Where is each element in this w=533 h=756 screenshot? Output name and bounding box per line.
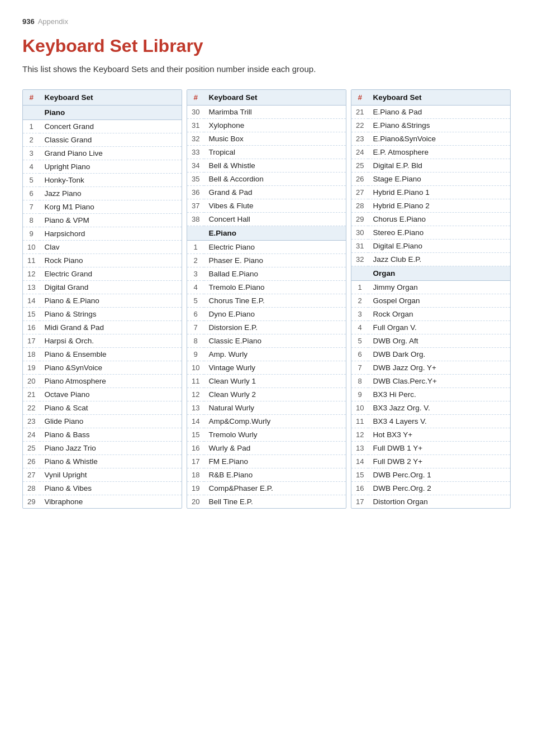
table-row: 14Piano & E.Piano — [23, 294, 182, 308]
row-name-cell: Stage E.Piano — [368, 173, 510, 186]
row-num-cell: 28 — [23, 482, 40, 495]
row-num-cell: 10 — [351, 401, 368, 415]
page-subtitle: This list shows the Keyboard Sets and th… — [22, 64, 511, 74]
row-name-cell: Piano & Ensemble — [40, 348, 182, 361]
table-row: 33Tropical — [187, 146, 346, 159]
table-row: 19Piano &SynVoice — [23, 361, 182, 375]
row-name-cell: DWB Perc.Org. 2 — [368, 482, 510, 495]
table-row: 17Harpsi & Orch. — [23, 334, 182, 348]
row-name-cell: Midi Grand & Pad — [40, 321, 182, 334]
row-name-cell: Korg M1 Piano — [40, 200, 182, 214]
col3-header-name: Keyboard Set — [368, 90, 510, 106]
table-row: 17Distortion Organ — [351, 495, 510, 509]
table-row: 17FM E.Piano — [187, 455, 346, 468]
table-row: 5Honky-Tonk — [23, 174, 182, 187]
table-row: 4Full Organ V. — [351, 321, 510, 334]
row-name-cell: Jazz Piano — [40, 187, 182, 200]
table-row: 10Vintage Wurly — [187, 361, 346, 375]
row-name-cell: Full Organ V. — [368, 321, 510, 334]
row-num-cell: 14 — [23, 294, 40, 308]
row-name-cell: Harpsichord — [40, 227, 182, 241]
row-num-cell: 5 — [351, 334, 368, 348]
row-num-cell: 25 — [351, 159, 368, 173]
row-num-cell: 28 — [351, 199, 368, 213]
row-num-cell: 15 — [351, 468, 368, 482]
row-name-cell: Bell Tine E.P. — [204, 495, 346, 509]
row-name-cell: Vibraphone — [40, 495, 182, 509]
row-num-cell: 11 — [351, 415, 368, 428]
row-num-cell: 29 — [23, 495, 40, 509]
column-2: #Keyboard Set30Marimba Trill31Xylophone3… — [187, 89, 346, 509]
table-row: 14Full DWB 2 Y+ — [351, 455, 510, 468]
row-name-cell: BX3 4 Layers V. — [368, 415, 510, 428]
row-num-cell: 8 — [187, 334, 204, 348]
row-name-cell: E.Piano & Pad — [368, 106, 510, 119]
row-name-cell: Distorsion E.P. — [204, 321, 346, 334]
row-num-cell: 35 — [187, 173, 204, 186]
row-num-cell: 26 — [351, 173, 368, 186]
table-row: 2Gospel Organ — [351, 294, 510, 308]
table-row: 10Clav — [23, 241, 182, 254]
row-num-cell: 13 — [351, 442, 368, 455]
row-name-cell: Amp&Comp.Wurly — [204, 415, 346, 428]
table-row: 1Concert Grand — [23, 120, 182, 133]
row-num-cell: 10 — [187, 361, 204, 375]
row-name-cell: Piano &SynVoice — [40, 361, 182, 375]
row-num-cell: 27 — [23, 468, 40, 482]
table-row: 29Chorus E.Piano — [351, 213, 510, 226]
row-num-cell: 11 — [23, 254, 40, 267]
table-row: 20Piano Atmosphere — [23, 375, 182, 388]
row-name-cell: Stereo E.Piano — [368, 226, 510, 240]
group-num-cell — [351, 266, 368, 281]
table-row: 9Amp. Wurly — [187, 348, 346, 361]
row-num-cell: 12 — [23, 267, 40, 281]
table-row: 29Vibraphone — [23, 495, 182, 509]
table-row: 5DWB Org. Aft — [351, 334, 510, 348]
row-name-cell: Xylophone — [204, 119, 346, 132]
row-name-cell: Bell & Whistle — [204, 159, 346, 173]
row-num-cell: 11 — [187, 375, 204, 388]
table-row: 38Concert Hall — [187, 213, 346, 226]
row-name-cell: Harpsi & Orch. — [40, 334, 182, 348]
row-num-cell: 2 — [351, 294, 368, 308]
table-row: 18R&B E.Piano — [187, 468, 346, 482]
table-row: 6Dyno E.Piano — [187, 308, 346, 321]
row-name-cell: Chorus E.Piano — [368, 213, 510, 226]
table-row: 12Electric Grand — [23, 267, 182, 281]
table-row: 25Piano Jazz Trio — [23, 442, 182, 455]
table-row: 35Bell & Accordion — [187, 173, 346, 186]
row-num-cell: 14 — [351, 455, 368, 468]
row-num-cell: 27 — [351, 186, 368, 199]
table-row: 7DWB Jazz Org. Y+ — [351, 361, 510, 375]
row-name-cell: Piano & E.Piano — [40, 294, 182, 308]
row-name-cell: Tremolo Wurly — [204, 428, 346, 442]
row-num-cell: 15 — [23, 308, 40, 321]
row-num-cell: 20 — [187, 495, 204, 509]
row-name-cell: Digital Grand — [40, 281, 182, 294]
table-row: 12Clean Wurly 2 — [187, 388, 346, 401]
group-name-cell: E.Piano — [204, 226, 346, 241]
row-num-cell: 6 — [351, 348, 368, 361]
row-name-cell: E.P. Atmosphere — [368, 146, 510, 159]
row-num-cell: 30 — [187, 106, 204, 119]
row-name-cell: Piano & VPM — [40, 214, 182, 227]
table-row: 22Piano & Scat — [23, 401, 182, 415]
table-row: 6Jazz Piano — [23, 187, 182, 200]
row-name-cell: Tropical — [204, 146, 346, 159]
row-name-cell: Piano & Whistle — [40, 455, 182, 468]
row-num-cell: 13 — [187, 401, 204, 415]
row-name-cell: Hybrid E.Piano 1 — [368, 186, 510, 199]
row-name-cell: Full DWB 1 Y+ — [368, 442, 510, 455]
row-num-cell: 12 — [351, 428, 368, 442]
table-row: 31Digital E.Piano — [351, 240, 510, 253]
row-num-cell: 24 — [351, 146, 368, 159]
table-row: 11BX3 4 Layers V. — [351, 415, 510, 428]
table-row: 26Stage E.Piano — [351, 173, 510, 186]
row-name-cell: Piano & Scat — [40, 401, 182, 415]
row-name-cell: Phaser E. Piano — [204, 254, 346, 267]
row-name-cell: Clean Wurly 2 — [204, 388, 346, 401]
col1-header-name: Keyboard Set — [40, 90, 182, 106]
row-num-cell: 19 — [187, 482, 204, 495]
table-row: 10BX3 Jazz Org. V. — [351, 401, 510, 415]
row-num-cell: 26 — [23, 455, 40, 468]
